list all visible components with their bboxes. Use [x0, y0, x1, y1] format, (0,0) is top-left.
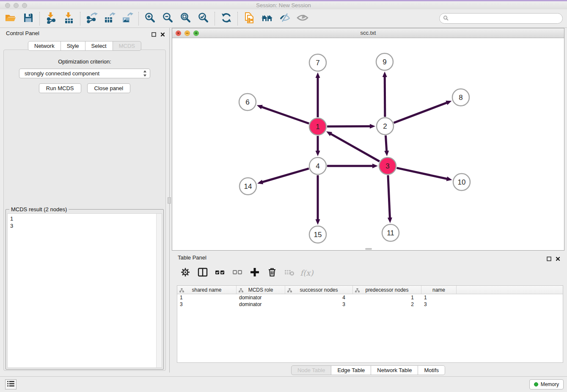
graph-edge-4-14[interactable]: [257, 168, 309, 184]
control-panel-tabs: NetworkStyleSelectMCDS: [28, 41, 141, 51]
mcds-result-lines: 13: [8, 214, 162, 231]
open-session-button[interactable]: [2, 11, 19, 27]
graph-edge-4-3[interactable]: [327, 164, 378, 168]
table-cell[interactable]: dominator: [237, 294, 285, 301]
delete-button[interactable]: [264, 265, 280, 280]
graph-node-3[interactable]: 3: [379, 157, 396, 174]
zoom-fit-button[interactable]: [177, 11, 195, 27]
hide-graphics-button[interactable]: [276, 11, 294, 27]
table-cell[interactable]: 3: [421, 301, 457, 308]
canvas-scroll-thumb[interactable]: [365, 248, 372, 250]
save-session-button[interactable]: [19, 11, 37, 27]
import-table-button[interactable]: [60, 11, 78, 27]
export-image-button[interactable]: [118, 11, 136, 27]
graph-node-10[interactable]: 10: [453, 174, 470, 190]
graph-edge-4-15[interactable]: [316, 175, 320, 225]
splitter-grip[interactable]: [168, 197, 171, 204]
network-canvas[interactable]: 7968124314101511: [172, 38, 564, 250]
graph-node-2[interactable]: 2: [377, 118, 394, 135]
table-cell[interactable]: 1: [353, 294, 421, 301]
search-input[interactable]: [451, 15, 559, 22]
add-button[interactable]: [247, 265, 262, 280]
tab-style[interactable]: Style: [61, 41, 85, 51]
home-button[interactable]: [258, 11, 276, 27]
tab-network-table[interactable]: Network Table: [371, 365, 418, 375]
clone-network-button[interactable]: [240, 11, 258, 27]
float-table-panel-icon[interactable]: [547, 255, 551, 263]
result-scrollbar[interactable]: [156, 214, 162, 367]
network-window-titlebar[interactable]: scc.txt: [172, 28, 564, 38]
zoom-in-button[interactable]: [141, 11, 159, 27]
table-cell[interactable]: dominator: [237, 301, 285, 308]
graph-edge-1-2[interactable]: [327, 124, 375, 129]
mcds-result-textarea[interactable]: 13: [7, 213, 162, 368]
split-columns-button[interactable]: [195, 265, 210, 280]
export-network-button[interactable]: [83, 11, 101, 27]
graph-node-15[interactable]: 15: [309, 226, 326, 243]
table-cell[interactable]: 3: [177, 301, 237, 308]
column-header-label: shared name: [192, 287, 221, 293]
tab-edge-table[interactable]: Edge Table: [331, 365, 371, 375]
table-cell[interactable]: 3: [285, 301, 353, 308]
export-table-button[interactable]: [101, 11, 118, 27]
table-cell[interactable]: 2: [353, 301, 421, 308]
graph-node-11[interactable]: 11: [382, 224, 399, 241]
search-box[interactable]: [439, 13, 563, 24]
graph-node-8[interactable]: 8: [452, 89, 469, 106]
table-cell[interactable]: 4: [285, 294, 353, 301]
graph-edge-1-4[interactable]: [316, 136, 320, 156]
select-all-button[interactable]: [212, 265, 228, 280]
graph-edge-3-10[interactable]: [396, 168, 452, 181]
column-header-label: name: [432, 287, 445, 293]
graph-edge-2-3[interactable]: [384, 135, 389, 156]
table-cell[interactable]: 1: [421, 294, 457, 301]
table-cell[interactable]: 1: [177, 294, 237, 301]
graph-node-4[interactable]: 4: [309, 157, 326, 174]
clear-selection-button[interactable]: [230, 265, 245, 280]
float-panel-icon[interactable]: [151, 31, 156, 39]
close-table-panel-icon[interactable]: [556, 255, 560, 263]
close-panel-button[interactable]: Close panel: [87, 83, 131, 93]
tab-motifs[interactable]: Motifs: [418, 365, 445, 375]
criterion-dropdown[interactable]: strongly connected component: [19, 69, 150, 78]
svg-text:10: 10: [458, 178, 466, 186]
task-history-button[interactable]: [5, 379, 17, 389]
tab-node-table[interactable]: Node Table: [291, 365, 332, 375]
application-window: Session: New Session Control Panel Netwo…: [0, 0, 567, 392]
table-row[interactable]: 3dominator323: [177, 301, 563, 308]
app-title: Session: New Session: [0, 1, 567, 9]
column-header-MCDS-role[interactable]: MCDS role: [237, 286, 285, 294]
tab-mcds[interactable]: MCDS: [113, 41, 141, 51]
zoom-selected-icon: [198, 12, 209, 25]
optimization-criterion-label: Optimization criterion:: [4, 58, 165, 65]
memory-button[interactable]: Memory: [529, 379, 564, 389]
gear-button[interactable]: [178, 265, 193, 280]
column-header-name[interactable]: name: [421, 286, 457, 294]
show-graphics-button[interactable]: [294, 11, 311, 27]
graph-node-6[interactable]: 6: [239, 94, 256, 110]
zoom-out-button[interactable]: [159, 11, 177, 27]
refresh-layout-button[interactable]: [217, 11, 235, 27]
graph-edge-1-7[interactable]: [316, 72, 320, 117]
column-header-predecessor-nodes[interactable]: predecessor nodes: [353, 286, 421, 294]
graph-node-1[interactable]: 1: [309, 118, 326, 135]
tab-select[interactable]: Select: [85, 41, 113, 51]
tab-network[interactable]: Network: [28, 41, 61, 51]
svg-text:8: 8: [459, 94, 462, 102]
zoom-selected-button[interactable]: [195, 11, 212, 27]
graph-edge-2-9[interactable]: [383, 72, 387, 117]
column-header-shared-name[interactable]: shared name: [177, 286, 237, 294]
graph-edge-3-11[interactable]: [388, 175, 392, 223]
column-header-successor-nodes[interactable]: successor nodes: [285, 286, 353, 294]
graph-node-7[interactable]: 7: [309, 54, 326, 71]
table-row[interactable]: 1dominator411: [177, 294, 563, 301]
graph-edge-1-6[interactable]: [257, 105, 309, 124]
graph-node-14[interactable]: 14: [239, 178, 256, 195]
graph-edge-2-8[interactable]: [394, 101, 452, 123]
run-mcds-button[interactable]: Run MCDS: [39, 83, 81, 93]
graph-edge-3-1[interactable]: [326, 131, 380, 161]
import-network-button[interactable]: [42, 11, 60, 27]
close-panel-icon[interactable]: [160, 31, 165, 39]
app-titlebar: Session: New Session: [0, 1, 567, 9]
graph-node-9[interactable]: 9: [376, 53, 393, 70]
